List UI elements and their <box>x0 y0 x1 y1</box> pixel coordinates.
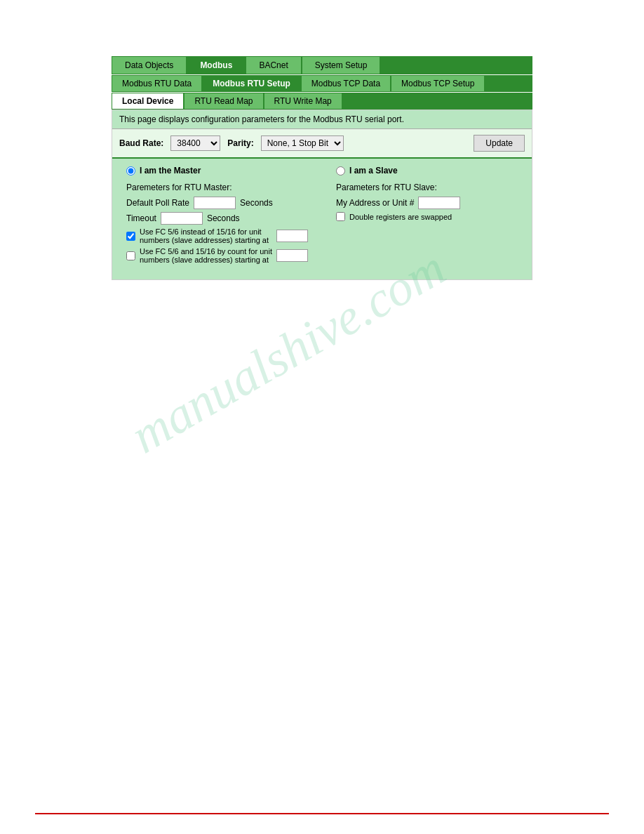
tab-modbus-rtu-setup[interactable]: Modbus RTU Setup <box>202 75 301 92</box>
poll-rate-row: Default Poll Rate Seconds <box>126 197 308 209</box>
main-container: Data Objects Modbus BACnet System Setup … <box>112 56 532 280</box>
tab-modbus-rtu-data[interactable]: Modbus RTU Data <box>112 75 202 92</box>
content-area: This page displays configuration paramet… <box>112 110 532 280</box>
master-slave-params-row: Paremeters for RTU Master: Default Poll … <box>126 183 518 264</box>
main-tab-row: Data Objects Modbus BACnet System Setup <box>112 56 532 74</box>
fc56-count-checkbox-row: Use FC 5/6 and 15/16 by count for unit n… <box>126 247 308 264</box>
master-slave-section: I am the Master I am a Slave Pareme <box>112 159 532 279</box>
tab-data-objects[interactable]: Data Objects <box>112 56 187 74</box>
timeout-input[interactable] <box>161 212 203 225</box>
slave-radio[interactable] <box>336 166 345 176</box>
slave-params-label: Parameters for RTU Slave: <box>336 183 518 192</box>
fc56-checkbox[interactable] <box>126 232 135 241</box>
tab-rtu-write-map[interactable]: RTU Write Map <box>264 93 342 110</box>
master-params-label: Paremeters for RTU Master: <box>126 183 308 192</box>
master-col: I am the Master <box>126 166 308 178</box>
description-bar: This page displays configuration paramet… <box>112 110 532 129</box>
double-registers-row: Double registers are swapped <box>336 212 518 221</box>
footer-line <box>35 813 609 814</box>
my-address-input[interactable] <box>418 197 460 209</box>
slave-col: I am a Slave <box>336 166 518 178</box>
modbus-tab-row: Modbus RTU Data Modbus RTU Setup Modbus … <box>112 75 532 92</box>
fc56-checkbox-row: Use FC 5/6 instead of 15/16 for unit num… <box>126 227 308 244</box>
baud-parity-bar: Baud Rate: 9600 19200 38400 57600 115200… <box>112 129 532 159</box>
slave-params-col: Parameters for RTU Slave: My Address or … <box>336 183 518 264</box>
local-tab-row: Local Device RTU Read Map RTU Write Map <box>112 93 532 110</box>
tab-system-setup[interactable]: System Setup <box>302 56 381 74</box>
tab-local-device[interactable]: Local Device <box>112 93 184 110</box>
fc56-count-checkbox[interactable] <box>126 251 135 260</box>
parity-label: Parity: <box>227 138 253 148</box>
update-button[interactable]: Update <box>474 135 525 152</box>
fc56-count-value-input[interactable] <box>276 249 308 262</box>
poll-rate-input[interactable] <box>194 197 236 209</box>
description-text: This page displays configuration paramet… <box>119 114 404 124</box>
tab-bacnet[interactable]: BACnet <box>246 56 301 74</box>
double-registers-checkbox[interactable] <box>336 212 345 221</box>
parity-select[interactable]: None, 1 Stop Bit Even, 1 Stop Bit Odd, 1… <box>261 135 344 151</box>
tab-rtu-read-map[interactable]: RTU Read Map <box>184 93 263 110</box>
master-radio[interactable] <box>126 166 135 176</box>
fc56-value-input[interactable] <box>276 230 308 242</box>
tab-modbus-tcp-setup[interactable]: Modbus TCP Setup <box>391 75 485 92</box>
baud-rate-select[interactable]: 9600 19200 38400 57600 115200 <box>170 135 220 151</box>
tab-modbus[interactable]: Modbus <box>187 56 246 74</box>
master-slave-header-row: I am the Master I am a Slave <box>126 166 518 178</box>
baud-rate-label: Baud Rate: <box>119 138 163 148</box>
my-address-row: My Address or Unit # <box>336 197 518 209</box>
timeout-row: Timeout Seconds <box>126 212 308 225</box>
tab-modbus-tcp-data[interactable]: Modbus TCP Data <box>301 75 391 92</box>
slave-radio-label: I am a Slave <box>336 166 518 176</box>
master-radio-label: I am the Master <box>126 166 308 176</box>
page-wrapper: Data Objects Modbus BACnet System Setup … <box>0 56 644 834</box>
master-params-col: Paremeters for RTU Master: Default Poll … <box>126 183 308 264</box>
